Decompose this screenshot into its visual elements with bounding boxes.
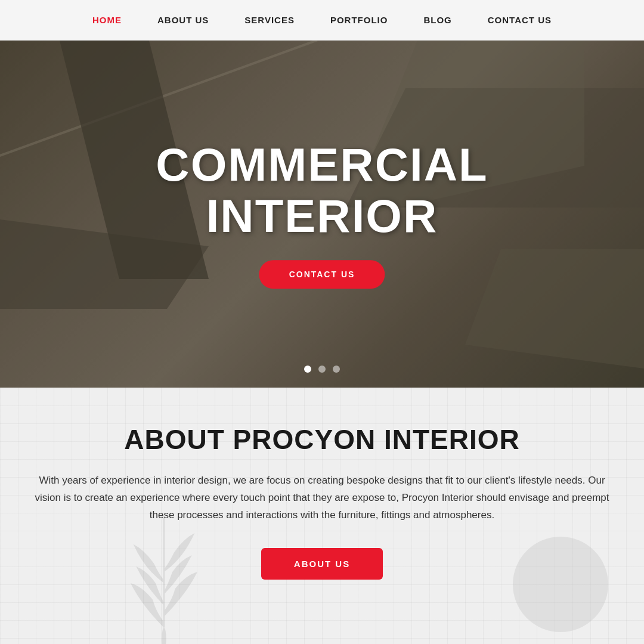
svg-point-0 [162, 628, 166, 644]
about-body: With years of experience in interior des… [18, 472, 626, 524]
nav-contact[interactable]: CONTACT US [488, 15, 552, 25]
about-cta-button[interactable]: ABOUT US [261, 548, 383, 580]
nav-home[interactable]: HOME [92, 15, 122, 25]
nav-blog[interactable]: BLOG [423, 15, 451, 25]
navbar: HOME ABOUT US SERVICES PORTFOLIO BLOG CO… [0, 0, 644, 41]
slider-dot-1[interactable] [304, 366, 311, 373]
hero-section: COMMERCIAL INTERIOR CONTACT US [0, 41, 644, 388]
watermark-circle [513, 537, 608, 632]
slider-dots [304, 366, 340, 373]
about-section: ABOUT PROCYON INTERIOR With years of exp… [0, 388, 644, 644]
about-title: ABOUT PROCYON INTERIOR [124, 423, 519, 456]
slider-dot-2[interactable] [318, 366, 326, 373]
hero-title-line2: INTERIOR [206, 190, 438, 242]
slider-dot-3[interactable] [333, 366, 340, 373]
hero-content: COMMERCIAL INTERIOR CONTACT US [156, 140, 488, 289]
hero-title: COMMERCIAL INTERIOR [156, 140, 488, 242]
nav-services[interactable]: SERVICES [244, 15, 295, 25]
nav-portfolio[interactable]: PORTFOLIO [330, 15, 388, 25]
hero-cta-button[interactable]: CONTACT US [259, 260, 385, 289]
hero-title-line1: COMMERCIAL [156, 138, 488, 191]
nav-about[interactable]: ABOUT US [157, 15, 209, 25]
